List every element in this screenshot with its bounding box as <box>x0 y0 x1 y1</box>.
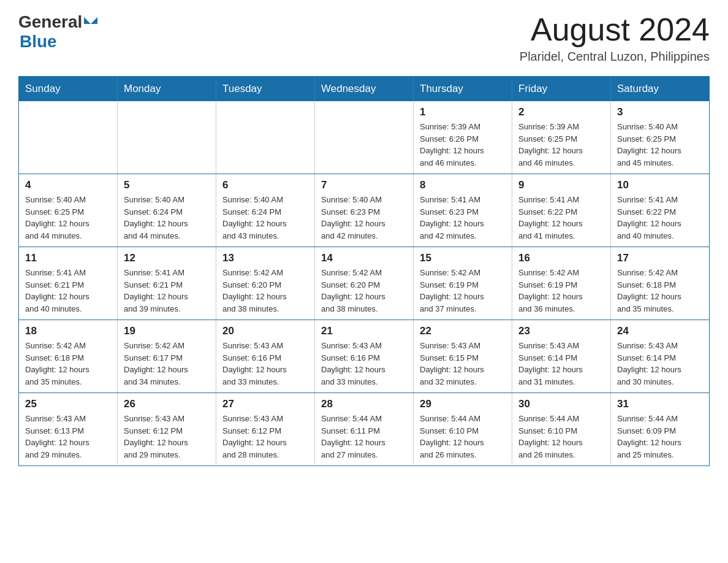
calendar-header-sunday: Sunday <box>19 77 118 102</box>
calendar-header-row: SundayMondayTuesdayWednesdayThursdayFrid… <box>19 77 710 102</box>
calendar-cell: 23Sunrise: 5:43 AMSunset: 6:14 PMDayligh… <box>512 320 611 393</box>
calendar-cell: 5Sunrise: 5:40 AMSunset: 6:24 PMDaylight… <box>118 174 216 247</box>
day-info: Sunrise: 5:41 AMSunset: 6:22 PMDaylight:… <box>617 194 703 242</box>
calendar-cell: 22Sunrise: 5:43 AMSunset: 6:15 PMDayligh… <box>414 320 512 393</box>
month-title: August 2024 <box>520 12 710 47</box>
day-info: Sunrise: 5:44 AMSunset: 6:09 PMDaylight:… <box>617 413 703 461</box>
day-info: Sunrise: 5:40 AMSunset: 6:23 PMDaylight:… <box>321 194 407 242</box>
calendar-cell: 13Sunrise: 5:42 AMSunset: 6:20 PMDayligh… <box>216 247 315 320</box>
day-info: Sunrise: 5:39 AMSunset: 6:26 PMDaylight:… <box>420 121 506 169</box>
day-number: 7 <box>321 179 407 191</box>
calendar-header-monday: Monday <box>118 77 216 102</box>
day-info: Sunrise: 5:43 AMSunset: 6:16 PMDaylight:… <box>321 340 407 388</box>
logo: General Blue <box>18 12 97 52</box>
day-info: Sunrise: 5:40 AMSunset: 6:24 PMDaylight:… <box>222 194 308 242</box>
day-number: 1 <box>420 106 506 118</box>
day-number: 11 <box>25 252 111 264</box>
day-info: Sunrise: 5:40 AMSunset: 6:24 PMDaylight:… <box>124 194 210 242</box>
calendar-cell: 3Sunrise: 5:40 AMSunset: 6:25 PMDaylight… <box>611 101 710 174</box>
calendar-cell: 16Sunrise: 5:42 AMSunset: 6:19 PMDayligh… <box>512 247 611 320</box>
day-number: 13 <box>222 252 308 264</box>
day-number: 6 <box>222 179 308 191</box>
day-number: 31 <box>617 398 703 410</box>
day-info: Sunrise: 5:43 AMSunset: 6:13 PMDaylight:… <box>25 413 111 461</box>
calendar-cell: 10Sunrise: 5:41 AMSunset: 6:22 PMDayligh… <box>611 174 710 247</box>
calendar-cell: 7Sunrise: 5:40 AMSunset: 6:23 PMDaylight… <box>315 174 414 247</box>
day-info: Sunrise: 5:44 AMSunset: 6:10 PMDaylight:… <box>420 413 506 461</box>
calendar-cell: 21Sunrise: 5:43 AMSunset: 6:16 PMDayligh… <box>315 320 414 393</box>
day-number: 20 <box>222 325 308 337</box>
day-number: 9 <box>518 179 604 191</box>
calendar-cell: 2Sunrise: 5:39 AMSunset: 6:25 PMDaylight… <box>512 101 611 174</box>
calendar-cell <box>216 101 315 174</box>
page-header: General Blue August 2024 Plaridel, Centr… <box>18 12 710 64</box>
day-info: Sunrise: 5:41 AMSunset: 6:21 PMDaylight:… <box>25 267 111 315</box>
logo-blue-text: Blue <box>20 32 57 51</box>
calendar-cell: 29Sunrise: 5:44 AMSunset: 6:10 PMDayligh… <box>414 393 512 466</box>
day-number: 23 <box>518 325 604 337</box>
day-info: Sunrise: 5:42 AMSunset: 6:18 PMDaylight:… <box>25 340 111 388</box>
day-info: Sunrise: 5:42 AMSunset: 6:18 PMDaylight:… <box>617 267 703 315</box>
day-info: Sunrise: 5:43 AMSunset: 6:15 PMDaylight:… <box>420 340 506 388</box>
day-number: 16 <box>518 252 604 264</box>
day-number: 29 <box>420 398 506 410</box>
day-number: 22 <box>420 325 506 337</box>
day-info: Sunrise: 5:42 AMSunset: 6:20 PMDaylight:… <box>321 267 407 315</box>
day-info: Sunrise: 5:44 AMSunset: 6:10 PMDaylight:… <box>518 413 604 461</box>
calendar-header-tuesday: Tuesday <box>216 77 315 102</box>
day-number: 19 <box>124 325 210 337</box>
calendar-cell: 24Sunrise: 5:43 AMSunset: 6:14 PMDayligh… <box>611 320 710 393</box>
day-number: 12 <box>124 252 210 264</box>
day-number: 4 <box>25 179 111 191</box>
calendar-table: SundayMondayTuesdayWednesdayThursdayFrid… <box>18 76 710 466</box>
calendar-cell: 19Sunrise: 5:42 AMSunset: 6:17 PMDayligh… <box>118 320 216 393</box>
calendar-cell: 28Sunrise: 5:44 AMSunset: 6:11 PMDayligh… <box>315 393 414 466</box>
day-info: Sunrise: 5:43 AMSunset: 6:14 PMDaylight:… <box>617 340 703 388</box>
calendar-cell: 31Sunrise: 5:44 AMSunset: 6:09 PMDayligh… <box>611 393 710 466</box>
calendar-cell: 1Sunrise: 5:39 AMSunset: 6:26 PMDaylight… <box>414 101 512 174</box>
calendar-cell: 15Sunrise: 5:42 AMSunset: 6:19 PMDayligh… <box>414 247 512 320</box>
calendar-week-row: 18Sunrise: 5:42 AMSunset: 6:18 PMDayligh… <box>19 320 710 393</box>
calendar-cell: 26Sunrise: 5:43 AMSunset: 6:12 PMDayligh… <box>118 393 216 466</box>
day-number: 28 <box>321 398 407 410</box>
day-number: 17 <box>617 252 703 264</box>
calendar-cell: 25Sunrise: 5:43 AMSunset: 6:13 PMDayligh… <box>19 393 118 466</box>
calendar-week-row: 25Sunrise: 5:43 AMSunset: 6:13 PMDayligh… <box>19 393 710 466</box>
day-info: Sunrise: 5:42 AMSunset: 6:20 PMDaylight:… <box>222 267 308 315</box>
day-number: 14 <box>321 252 407 264</box>
day-number: 5 <box>124 179 210 191</box>
calendar-cell: 18Sunrise: 5:42 AMSunset: 6:18 PMDayligh… <box>19 320 118 393</box>
day-number: 2 <box>518 106 604 118</box>
calendar-cell: 14Sunrise: 5:42 AMSunset: 6:20 PMDayligh… <box>315 247 414 320</box>
day-number: 27 <box>222 398 308 410</box>
location-subtitle: Plaridel, Central Luzon, Philippines <box>520 50 710 64</box>
calendar-week-row: 4Sunrise: 5:40 AMSunset: 6:25 PMDaylight… <box>19 174 710 247</box>
calendar-cell: 8Sunrise: 5:41 AMSunset: 6:23 PMDaylight… <box>414 174 512 247</box>
calendar-header-friday: Friday <box>512 77 611 102</box>
day-info: Sunrise: 5:41 AMSunset: 6:21 PMDaylight:… <box>124 267 210 315</box>
day-info: Sunrise: 5:44 AMSunset: 6:11 PMDaylight:… <box>321 413 407 461</box>
calendar-cell: 17Sunrise: 5:42 AMSunset: 6:18 PMDayligh… <box>611 247 710 320</box>
day-number: 10 <box>617 179 703 191</box>
calendar-cell: 27Sunrise: 5:43 AMSunset: 6:12 PMDayligh… <box>216 393 315 466</box>
logo-general-text: General <box>18 12 82 32</box>
title-block: August 2024 Plaridel, Central Luzon, Phi… <box>520 12 710 64</box>
day-info: Sunrise: 5:43 AMSunset: 6:12 PMDaylight:… <box>222 413 308 461</box>
day-number: 24 <box>617 325 703 337</box>
calendar-cell: 4Sunrise: 5:40 AMSunset: 6:25 PMDaylight… <box>19 174 118 247</box>
day-info: Sunrise: 5:42 AMSunset: 6:19 PMDaylight:… <box>420 267 506 315</box>
calendar-cell <box>118 101 216 174</box>
day-info: Sunrise: 5:41 AMSunset: 6:23 PMDaylight:… <box>420 194 506 242</box>
day-info: Sunrise: 5:41 AMSunset: 6:22 PMDaylight:… <box>518 194 604 242</box>
day-number: 3 <box>617 106 703 118</box>
day-number: 18 <box>25 325 111 337</box>
day-info: Sunrise: 5:40 AMSunset: 6:25 PMDaylight:… <box>25 194 111 242</box>
calendar-header-saturday: Saturday <box>611 77 710 102</box>
calendar-cell <box>315 101 414 174</box>
calendar-cell: 6Sunrise: 5:40 AMSunset: 6:24 PMDaylight… <box>216 174 315 247</box>
day-info: Sunrise: 5:43 AMSunset: 6:14 PMDaylight:… <box>518 340 604 388</box>
calendar-cell: 11Sunrise: 5:41 AMSunset: 6:21 PMDayligh… <box>19 247 118 320</box>
day-info: Sunrise: 5:42 AMSunset: 6:19 PMDaylight:… <box>518 267 604 315</box>
day-number: 21 <box>321 325 407 337</box>
day-number: 8 <box>420 179 506 191</box>
